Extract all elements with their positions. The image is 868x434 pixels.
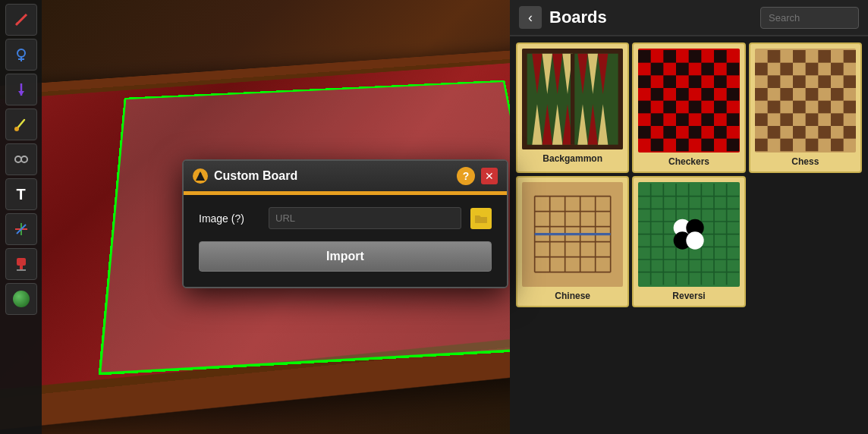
reversi-label: Reversi [672,291,705,301]
dialog-body: Image (?) Import [184,195,507,287]
draw-tool-button[interactable] [5,4,37,36]
svg-rect-92 [831,113,844,126]
svg-rect-14 [17,258,26,266]
svg-rect-100 [831,139,844,152]
svg-marker-6 [18,91,24,96]
svg-rect-69 [767,50,780,63]
svg-rect-78 [793,75,806,88]
brush-tool-button[interactable] [5,108,37,140]
dialog-close-button[interactable]: ✕ [481,168,498,184]
svg-rect-71 [818,50,831,63]
svg-rect-95 [818,126,831,139]
pointer-tool-button[interactable] [5,39,37,71]
svg-rect-90 [780,113,793,126]
svg-rect-42 [702,63,715,76]
backgammon-label: Backgammon [542,153,602,164]
dialog-help-button[interactable]: ? [457,167,475,185]
svg-rect-88 [843,101,856,114]
svg-rect-33 [571,54,574,145]
back-button[interactable]: ‹ [519,6,542,29]
boards-panel: ‹ Boards [510,0,868,434]
board-item-reversi[interactable]: Reversi [632,176,745,307]
svg-rect-86 [793,101,806,114]
svg-rect-40 [651,63,664,76]
svg-rect-38 [689,50,702,63]
svg-rect-46 [689,75,702,88]
import-button[interactable]: Import [199,241,492,272]
svg-rect-16 [17,269,26,271]
svg-rect-36 [638,50,651,63]
dialog-icon [193,168,208,184]
search-input[interactable] [760,7,859,29]
svg-rect-59 [727,113,740,126]
boards-title: Boards [549,8,753,27]
folder-button[interactable] [470,208,492,229]
svg-rect-53 [664,101,677,114]
url-input[interactable] [269,207,461,229]
dialog-titlebar: Custom Board ? ✕ [184,161,507,191]
svg-rect-93 [767,126,780,139]
svg-rect-80 [843,75,856,88]
svg-rect-94 [793,126,806,139]
svg-rect-45 [664,75,677,88]
svg-rect-98 [780,139,793,152]
svg-rect-43 [727,63,740,76]
svg-rect-77 [767,75,780,88]
backgammon-thumbnail [522,49,623,149]
svg-rect-79 [818,75,831,88]
text-tool-button[interactable]: T [5,178,37,210]
svg-rect-73 [755,63,768,76]
board-item-checkers[interactable]: Checkers [632,42,745,173]
svg-rect-84 [831,88,844,101]
chess-thumbnail [755,49,856,153]
svg-rect-87 [818,101,831,114]
svg-rect-83 [805,88,818,101]
svg-point-133 [687,232,704,250]
chain-tool-button[interactable] [5,143,37,175]
circle-tool-button[interactable] [5,283,37,315]
svg-rect-55 [714,101,727,114]
svg-rect-56 [651,113,664,126]
svg-point-7 [14,127,19,131]
svg-point-2 [17,49,25,57]
chinese-label: Chinese [555,291,590,301]
svg-rect-64 [651,139,664,152]
svg-rect-81 [755,88,768,101]
axis-tool-button[interactable] [5,213,37,245]
svg-rect-61 [664,126,677,139]
svg-rect-39 [714,50,727,63]
checkers-label: Checkers [668,156,709,167]
svg-rect-15 [20,266,23,269]
svg-rect-63 [714,126,727,139]
board-item-chess[interactable]: Chess [749,42,862,173]
svg-rect-96 [843,126,856,139]
dialog-title: Custom Board [214,169,451,183]
image-row: Image (?) [199,207,492,229]
svg-rect-60 [638,126,651,139]
svg-rect-51 [727,88,740,101]
arrow-tool-button[interactable] [5,74,37,105]
checkers-thumbnail [638,49,739,153]
svg-rect-54 [689,101,702,114]
svg-rect-50 [702,88,715,101]
svg-rect-70 [793,50,806,63]
svg-rect-52 [638,101,651,114]
svg-rect-62 [689,126,702,139]
image-label: Image (?) [199,212,259,225]
svg-rect-58 [702,113,715,126]
left-toolbar: T [0,0,42,434]
stamp-tool-button[interactable] [5,248,37,280]
svg-rect-44 [638,75,651,88]
board-item-backgammon[interactable]: Backgammon [516,42,629,173]
chinese-thumbnail [522,182,623,286]
svg-rect-66 [702,139,715,152]
svg-point-8 [15,156,21,162]
svg-rect-48 [651,88,664,101]
svg-rect-75 [805,63,818,76]
svg-rect-67 [727,139,740,152]
board-item-chinese[interactable]: Chinese [516,176,629,307]
svg-rect-91 [805,113,818,126]
svg-rect-37 [664,50,677,63]
svg-rect-99 [805,139,818,152]
reversi-thumbnail [638,182,739,286]
